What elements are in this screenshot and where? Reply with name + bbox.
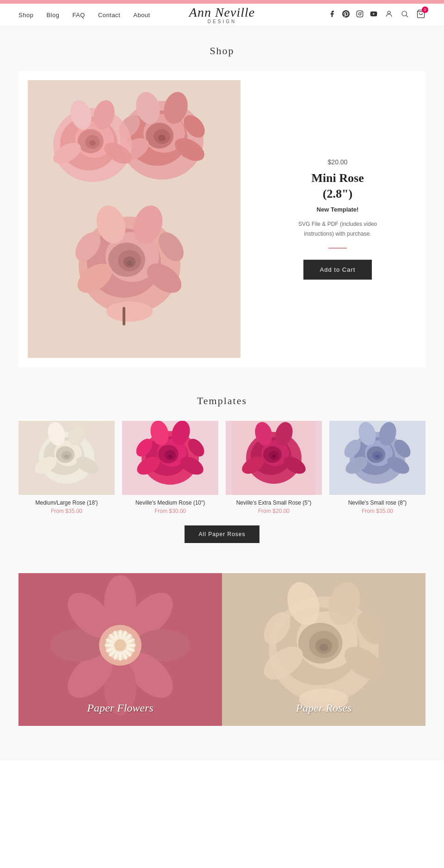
svg-point-108 [126, 643, 136, 647]
nav-about[interactable]: About [133, 12, 150, 19]
account-icon[interactable] [385, 10, 393, 20]
svg-point-86 [375, 455, 380, 458]
templates-section: Templates [18, 395, 426, 543]
template-name-2: Neville's Medium Rose (10") [122, 500, 218, 506]
top-bar [0, 0, 444, 4]
product-main-image [28, 80, 240, 358]
template-thumb-2 [122, 421, 218, 495]
nav-right: 0 [328, 9, 426, 20]
template-price-4: From $35.00 [329, 508, 426, 514]
svg-point-4 [402, 11, 407, 16]
svg-point-3 [388, 11, 390, 14]
product-name: Mini Rose(2.8") [311, 170, 364, 202]
product-badge: New Template! [317, 206, 359, 213]
templates-title: Templates [18, 395, 426, 407]
svg-point-25 [89, 140, 96, 146]
svg-point-1 [358, 12, 361, 15]
featured-product: $20.00 Mini Rose(2.8") New Template! SVG… [18, 71, 426, 367]
svg-rect-44 [123, 307, 125, 325]
social-icons [328, 10, 377, 19]
template-price-3: From $20.00 [226, 508, 322, 514]
svg-point-43 [106, 301, 153, 322]
template-price-1: From $35.00 [18, 508, 115, 514]
paper-flowers-label: Paper Flowers [18, 702, 222, 714]
svg-point-116 [105, 643, 115, 647]
facebook-icon[interactable] [328, 10, 336, 19]
svg-point-128 [320, 643, 328, 651]
shop-title: Shop [18, 45, 426, 57]
template-card-small[interactable]: Neville's Small rose (8") From $35.00 [329, 421, 426, 514]
svg-point-13 [158, 135, 166, 141]
svg-line-5 [406, 15, 407, 17]
cart-badge: 0 [422, 6, 428, 13]
svg-point-36 [127, 261, 132, 266]
nav-shop[interactable]: Shop [18, 12, 33, 19]
svg-point-62 [168, 455, 173, 458]
svg-point-75 [271, 455, 276, 458]
nav-blog[interactable]: Blog [46, 12, 59, 19]
template-card-medium[interactable]: Neville's Medium Rose (10") From $30.00 [122, 421, 218, 514]
template-name-4: Neville's Small rose (8") [329, 500, 426, 506]
template-card-medium-large[interactable]: Medium/Large Rose (18') From $35.00 [18, 421, 115, 514]
instagram-icon[interactable] [356, 10, 364, 19]
paper-roses-tile[interactable]: Paper Roses [222, 566, 426, 733]
paper-roses-label: Paper Roses [222, 702, 426, 714]
header: Shop Blog FAQ Contact About Ann Neville … [0, 4, 444, 26]
paper-flowers-tile[interactable]: Paper Flowers [18, 566, 222, 733]
main-content: Shop [0, 26, 444, 761]
template-thumb-3 [226, 421, 322, 495]
svg-point-51 [64, 455, 69, 458]
template-card-extra-small[interactable]: Neville's Extra Small Rose (5") From $20… [226, 421, 322, 514]
logo-sub: DESIGN [189, 19, 255, 24]
youtube-icon[interactable] [370, 10, 377, 19]
template-thumb-1 [18, 421, 115, 495]
svg-rect-0 [357, 11, 363, 17]
product-description: SVG File & PDF (includes video instructi… [291, 219, 384, 238]
svg-point-104 [118, 630, 122, 640]
logo-name: Ann Neville [189, 6, 255, 19]
template-thumb-4 [329, 421, 426, 495]
nav-contact[interactable]: Contact [98, 12, 120, 19]
cart-icon-wrapper[interactable]: 0 [416, 9, 426, 20]
search-icon[interactable] [401, 10, 409, 20]
site-logo[interactable]: Ann Neville DESIGN [189, 6, 255, 24]
product-info: $20.00 Mini Rose(2.8") New Template! SVG… [259, 80, 416, 358]
template-name-1: Medium/Large Rose (18') [18, 500, 115, 506]
templates-grid: Medium/Large Rose (18') From $35.00 [18, 421, 426, 514]
add-to-cart-button[interactable]: Add to Cart [303, 260, 372, 280]
pinterest-icon[interactable] [342, 10, 350, 19]
svg-point-112 [118, 651, 122, 661]
product-divider [328, 248, 347, 249]
nav-left: Shop Blog FAQ Contact About [18, 12, 150, 19]
nav-faq[interactable]: FAQ [72, 12, 85, 19]
category-tiles: Paper Flowers [18, 566, 426, 733]
product-price: $20.00 [328, 158, 348, 166]
template-price-2: From $30.00 [122, 508, 218, 514]
all-roses-button[interactable]: All Paper Roses [185, 525, 259, 543]
template-name-3: Neville's Extra Small Rose (5") [226, 500, 322, 506]
svg-point-2 [361, 12, 362, 12]
svg-point-120 [114, 639, 126, 651]
